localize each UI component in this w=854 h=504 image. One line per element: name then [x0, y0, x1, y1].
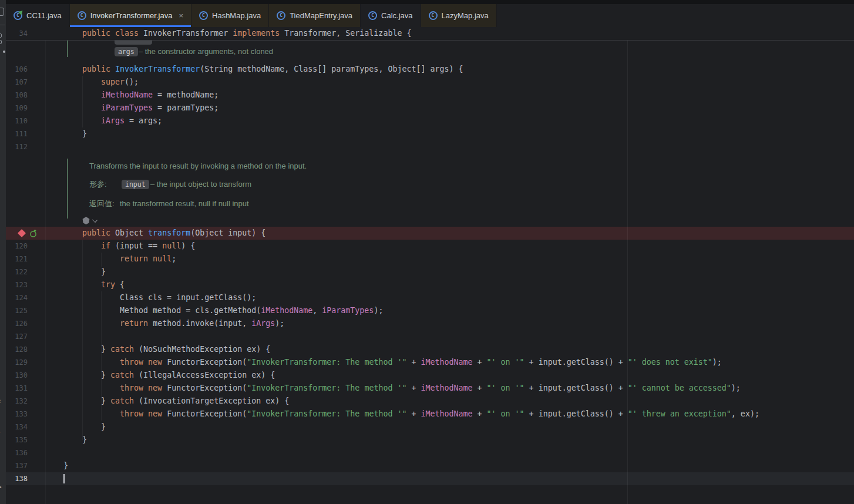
implements-method-icon[interactable] — [29, 229, 38, 240]
tab-hashmap-java[interactable]: CHashMap.java — [191, 4, 269, 27]
tab-calc-java[interactable]: CCalc.java — [361, 4, 421, 27]
code-token[interactable]: iParamTypes — [322, 306, 374, 315]
structure-tool-icon[interactable] — [0, 40, 2, 44]
tab-cc11-java[interactable]: CCC11.java — [6, 4, 70, 27]
code-token[interactable]: (input == — [110, 241, 162, 250]
code-token[interactable]: + — [406, 409, 421, 418]
method-breakpoint-icon[interactable] — [18, 229, 26, 237]
code-token[interactable]: (); — [125, 78, 139, 86]
code-line[interactable]: 109 iParamTypes = paramTypes; — [0, 102, 854, 115]
code-line[interactable]: 121 return null; — [0, 253, 854, 266]
code-token[interactable]: } — [63, 345, 110, 354]
code-token[interactable] — [63, 254, 120, 263]
code-token[interactable]: catch — [110, 397, 134, 405]
code-token[interactable]: iParamTypes — [101, 103, 153, 112]
code-line[interactable]: 123 try { — [0, 278, 854, 291]
code-token[interactable]: Transformer, Serializable { — [284, 29, 411, 38]
code-token[interactable]: if — [101, 241, 110, 250]
annotation-inlay-icon[interactable] — [82, 217, 90, 224]
code-token[interactable]: "' does not exist" — [628, 358, 712, 367]
code-token[interactable]: InvokerTransformer — [143, 29, 233, 38]
code-token[interactable]: public — [63, 229, 115, 237]
code-token[interactable]: iMethodName — [421, 409, 472, 418]
code-token[interactable]: Object — [115, 229, 148, 237]
code-token[interactable]: "' on '" — [487, 384, 524, 392]
code-token[interactable]: + — [406, 384, 421, 392]
code-token[interactable]: null — [162, 241, 181, 250]
code-token[interactable]: "' threw an exception" — [628, 409, 731, 418]
breakpoint-line[interactable]: public Object transform(Object input) { — [0, 227, 854, 240]
code-line[interactable]: 112 — [0, 140, 854, 153]
code-token[interactable]: = args; — [125, 116, 162, 125]
code-token[interactable]: "InvokerTransformer: The method '" — [247, 358, 406, 367]
code-token[interactable]: } — [63, 267, 106, 276]
commit-tool-icon[interactable]: > — [0, 481, 2, 493]
code-token[interactable] — [63, 319, 120, 328]
code-line[interactable]: 130 } catch (IllegalAccessException ex) … — [0, 369, 854, 382]
code-token[interactable]: public — [63, 65, 115, 73]
code-token[interactable]: } — [63, 435, 87, 444]
code-token[interactable]: catch — [110, 371, 134, 379]
tab-tiedmapentry-java[interactable]: CTiedMapEntry.java — [269, 4, 361, 27]
code-token[interactable]: + — [473, 358, 487, 367]
code-token[interactable]: + — [406, 358, 421, 367]
tab-close-icon[interactable]: × — [179, 12, 183, 19]
code-token[interactable]: InvokerTransformer — [115, 65, 200, 73]
code-line[interactable]: 108 iMethodName = methodName; — [0, 89, 854, 102]
code-line[interactable]: 137} — [0, 459, 854, 472]
code-token[interactable]: (InvocationTargetException ex) { — [134, 397, 289, 405]
code-token[interactable]: Method method = cls.getMethod( — [63, 306, 261, 315]
code-token[interactable]: return null — [120, 254, 172, 263]
code-line[interactable]: 129 throw new FunctorException("InvokerT… — [0, 356, 854, 369]
code-token[interactable]: } — [63, 422, 106, 431]
code-line[interactable]: 110 iArgs = args; — [0, 115, 854, 127]
code-token[interactable]: + input.getClass() + — [524, 358, 628, 367]
code-token[interactable]: FunctorException( — [162, 358, 247, 367]
left-tool-stripe[interactable]: * > ) > — [0, 0, 6, 504]
code-token[interactable]: = paramTypes; — [153, 103, 218, 112]
code-token[interactable]: super — [101, 78, 125, 86]
code-line[interactable]: 111 } — [0, 127, 854, 140]
code-token[interactable]: "' cannot be accessed" — [628, 384, 731, 392]
code-token[interactable]: throw new — [120, 409, 162, 418]
code-line[interactable]: 124 Class cls = input.getClass(); — [0, 291, 854, 304]
code-token[interactable]: , ex); — [731, 409, 759, 418]
code-token[interactable]: (NoSuchMethodException ex) { — [134, 345, 270, 354]
code-token[interactable]: public class — [63, 29, 143, 38]
editor-area[interactable]: args– the constructor arguments, not clo… — [0, 0, 854, 504]
code-line[interactable]: 126 return method.invoke(input, iArgs); — [0, 317, 854, 330]
code-token[interactable]: iArgs — [251, 319, 275, 328]
sticky-header-line[interactable]: 34 public class InvokerTransformer imple… — [6, 27, 854, 41]
code-token[interactable]: + — [473, 409, 487, 418]
code-token[interactable]: } — [63, 397, 110, 405]
code-token[interactable]: } — [63, 461, 68, 470]
code-line[interactable]: 125 Method method = cls.getMethod(iMetho… — [0, 304, 854, 317]
code-token[interactable]: catch — [110, 345, 134, 354]
code-token[interactable] — [63, 358, 120, 367]
code-line[interactable]: 132 } catch (InvocationTargetException e… — [0, 395, 854, 408]
code-token[interactable]: "InvokerTransformer: The method '" — [247, 384, 406, 392]
code-token[interactable]: + input.getClass() + — [524, 409, 628, 418]
code-token[interactable]: = methodName; — [153, 90, 218, 99]
code-line[interactable]: 120 if (input == null) { — [0, 240, 854, 253]
project-tool-icon[interactable] — [0, 8, 4, 16]
code-line[interactable]: 122 } — [0, 266, 854, 278]
code-token[interactable]: implements — [233, 29, 284, 38]
code-token[interactable]: return — [120, 319, 148, 328]
code-token[interactable]: ) { — [181, 241, 195, 250]
code-token[interactable]: ; — [172, 254, 176, 263]
code-token[interactable]: , — [312, 306, 322, 315]
code-token[interactable]: ); — [275, 319, 284, 328]
code-line[interactable]: 134 } — [0, 421, 854, 434]
code-token[interactable]: (String methodName, Class[] paramTypes, … — [200, 65, 463, 73]
code-line[interactable]: 136 — [0, 446, 854, 459]
code-token[interactable]: iMethodName — [421, 358, 472, 367]
code-line[interactable]: 133 throw new FunctorException("InvokerT… — [0, 408, 854, 421]
code-token[interactable] — [63, 409, 120, 418]
code-token[interactable]: ); — [374, 306, 383, 315]
code-token[interactable]: (Object input) { — [190, 229, 265, 237]
code-token[interactable]: throw new — [120, 358, 162, 367]
code-token[interactable]: iMethodName — [421, 384, 472, 392]
code-token[interactable]: FunctorException( — [162, 409, 247, 418]
services-tool-icon[interactable]: * — [0, 397, 1, 409]
